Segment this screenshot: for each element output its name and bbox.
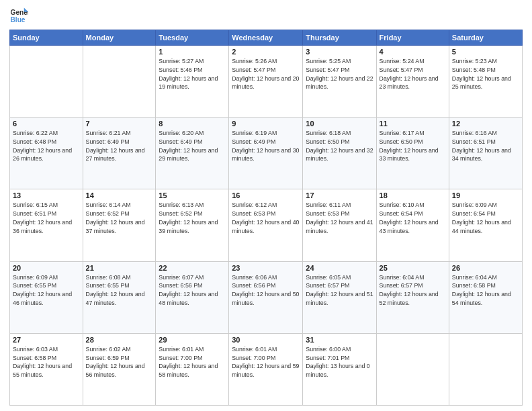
day-number: 20 [13, 264, 80, 272]
day-number: 8 [159, 120, 226, 128]
day-number: 21 [86, 264, 153, 272]
weekday-header: Friday [376, 30, 449, 46]
day-number: 5 [452, 48, 519, 56]
day-number: 31 [306, 336, 373, 344]
day-info: Sunrise: 6:15 AM Sunset: 6:51 PM Dayligh… [13, 201, 80, 235]
day-info: Sunrise: 6:22 AM Sunset: 6:48 PM Dayligh… [13, 129, 80, 163]
logo-icon: General Blue [9, 7, 28, 26]
day-info: Sunrise: 6:11 AM Sunset: 6:53 PM Dayligh… [306, 201, 373, 235]
day-number: 12 [452, 120, 519, 128]
svg-text:Blue: Blue [11, 16, 26, 24]
day-info: Sunrise: 6:06 AM Sunset: 6:56 PM Dayligh… [232, 273, 300, 308]
calendar-cell: 1Sunrise: 5:27 AM Sunset: 5:46 PM Daylig… [156, 46, 229, 118]
calendar-cell: 14Sunrise: 6:14 AM Sunset: 6:52 PM Dayli… [83, 189, 156, 261]
day-info: Sunrise: 5:24 AM Sunset: 5:47 PM Dayligh… [380, 57, 446, 91]
day-number: 27 [13, 336, 80, 344]
day-number: 15 [159, 191, 226, 199]
weekday-header: Wednesday [229, 30, 303, 46]
day-number: 16 [232, 191, 300, 199]
day-info: Sunrise: 6:03 AM Sunset: 6:58 PM Dayligh… [13, 345, 80, 379]
day-info: Sunrise: 5:25 AM Sunset: 5:47 PM Dayligh… [306, 57, 373, 91]
calendar-cell: 9Sunrise: 6:19 AM Sunset: 6:49 PM Daylig… [229, 118, 303, 189]
calendar-cell: 21Sunrise: 6:08 AM Sunset: 6:55 PM Dayli… [83, 261, 156, 333]
calendar-cell: 15Sunrise: 6:13 AM Sunset: 6:52 PM Dayli… [156, 189, 229, 261]
day-number: 4 [380, 48, 446, 56]
day-info: Sunrise: 6:12 AM Sunset: 6:53 PM Dayligh… [232, 201, 300, 235]
weekday-header: Sunday [10, 30, 83, 46]
calendar-table: SundayMondayTuesdayWednesdayThursdayFrid… [9, 30, 523, 406]
calendar-cell: 13Sunrise: 6:15 AM Sunset: 6:51 PM Dayli… [10, 189, 83, 261]
day-number: 26 [452, 264, 519, 272]
day-info: Sunrise: 6:14 AM Sunset: 6:52 PM Dayligh… [86, 201, 153, 235]
day-number: 25 [380, 264, 446, 272]
day-number: 2 [232, 48, 300, 56]
day-number: 9 [232, 120, 300, 128]
day-number: 7 [86, 120, 153, 128]
calendar-cell: 4Sunrise: 5:24 AM Sunset: 5:47 PM Daylig… [376, 46, 449, 118]
day-number: 10 [306, 120, 373, 128]
calendar-cell: 8Sunrise: 6:20 AM Sunset: 6:49 PM Daylig… [156, 118, 229, 189]
day-info: Sunrise: 6:02 AM Sunset: 6:59 PM Dayligh… [86, 345, 153, 379]
calendar-cell: 20Sunrise: 6:09 AM Sunset: 6:55 PM Dayli… [10, 261, 83, 333]
calendar-cell: 3Sunrise: 5:25 AM Sunset: 5:47 PM Daylig… [303, 46, 376, 118]
day-info: Sunrise: 6:05 AM Sunset: 6:57 PM Dayligh… [306, 273, 373, 308]
day-info: Sunrise: 6:13 AM Sunset: 6:52 PM Dayligh… [159, 201, 226, 235]
day-number: 29 [159, 336, 226, 344]
calendar-cell: 6Sunrise: 6:22 AM Sunset: 6:48 PM Daylig… [10, 118, 83, 189]
calendar-cell: 31Sunrise: 6:00 AM Sunset: 7:01 PM Dayli… [303, 333, 376, 405]
calendar-cell: 28Sunrise: 6:02 AM Sunset: 6:59 PM Dayli… [83, 333, 156, 405]
calendar-cell: 16Sunrise: 6:12 AM Sunset: 6:53 PM Dayli… [229, 189, 303, 261]
calendar-cell: 10Sunrise: 6:18 AM Sunset: 6:50 PM Dayli… [303, 118, 376, 189]
day-info: Sunrise: 6:21 AM Sunset: 6:49 PM Dayligh… [86, 129, 153, 163]
day-info: Sunrise: 6:18 AM Sunset: 6:50 PM Dayligh… [306, 129, 373, 163]
day-number: 1 [159, 48, 226, 56]
day-info: Sunrise: 6:19 AM Sunset: 6:49 PM Dayligh… [232, 129, 300, 163]
weekday-header: Monday [83, 30, 156, 46]
weekday-header: Saturday [449, 30, 522, 46]
day-info: Sunrise: 5:27 AM Sunset: 5:46 PM Dayligh… [159, 57, 226, 91]
day-number: 30 [232, 336, 300, 344]
day-number: 11 [380, 120, 446, 128]
calendar-cell: 11Sunrise: 6:17 AM Sunset: 6:50 PM Dayli… [376, 118, 449, 189]
day-number: 24 [306, 264, 373, 272]
day-number: 22 [159, 264, 226, 272]
day-info: Sunrise: 6:09 AM Sunset: 6:54 PM Dayligh… [452, 201, 519, 235]
page: General Blue SundayMondayTuesdayWednesda… [0, 0, 532, 411]
calendar-cell [376, 333, 449, 405]
day-info: Sunrise: 6:16 AM Sunset: 6:51 PM Dayligh… [452, 129, 519, 163]
day-number: 6 [13, 120, 80, 128]
calendar-cell: 25Sunrise: 6:04 AM Sunset: 6:57 PM Dayli… [376, 261, 449, 333]
logo: General Blue [9, 7, 31, 26]
day-info: Sunrise: 6:09 AM Sunset: 6:55 PM Dayligh… [13, 273, 80, 308]
calendar-cell: 27Sunrise: 6:03 AM Sunset: 6:58 PM Dayli… [10, 333, 83, 405]
calendar-cell: 29Sunrise: 6:01 AM Sunset: 7:00 PM Dayli… [156, 333, 229, 405]
day-info: Sunrise: 6:10 AM Sunset: 6:54 PM Dayligh… [380, 201, 446, 235]
weekday-header: Thursday [303, 30, 376, 46]
day-number: 14 [86, 191, 153, 199]
calendar-cell: 30Sunrise: 6:01 AM Sunset: 7:00 PM Dayli… [229, 333, 303, 405]
day-info: Sunrise: 6:20 AM Sunset: 6:49 PM Dayligh… [159, 129, 226, 163]
calendar-cell: 26Sunrise: 6:04 AM Sunset: 6:58 PM Dayli… [449, 261, 522, 333]
day-info: Sunrise: 5:23 AM Sunset: 5:48 PM Dayligh… [452, 57, 519, 91]
day-number: 23 [232, 264, 300, 272]
day-info: Sunrise: 6:04 AM Sunset: 6:57 PM Dayligh… [380, 273, 446, 308]
day-info: Sunrise: 6:01 AM Sunset: 7:00 PM Dayligh… [232, 345, 300, 379]
calendar-cell: 19Sunrise: 6:09 AM Sunset: 6:54 PM Dayli… [449, 189, 522, 261]
calendar-cell [83, 46, 156, 118]
calendar-cell: 7Sunrise: 6:21 AM Sunset: 6:49 PM Daylig… [83, 118, 156, 189]
day-number: 18 [380, 191, 446, 199]
day-info: Sunrise: 6:07 AM Sunset: 6:56 PM Dayligh… [159, 273, 226, 308]
header: General Blue [9, 7, 523, 26]
day-number: 17 [306, 191, 373, 199]
calendar-cell: 12Sunrise: 6:16 AM Sunset: 6:51 PM Dayli… [449, 118, 522, 189]
calendar-cell: 17Sunrise: 6:11 AM Sunset: 6:53 PM Dayli… [303, 189, 376, 261]
calendar-cell [10, 46, 83, 118]
day-info: Sunrise: 6:00 AM Sunset: 7:01 PM Dayligh… [306, 345, 373, 379]
day-info: Sunrise: 6:01 AM Sunset: 7:00 PM Dayligh… [159, 345, 226, 379]
calendar-cell: 18Sunrise: 6:10 AM Sunset: 6:54 PM Dayli… [376, 189, 449, 261]
calendar-cell: 22Sunrise: 6:07 AM Sunset: 6:56 PM Dayli… [156, 261, 229, 333]
day-number: 19 [452, 191, 519, 199]
calendar-cell: 5Sunrise: 5:23 AM Sunset: 5:48 PM Daylig… [449, 46, 522, 118]
calendar-cell: 23Sunrise: 6:06 AM Sunset: 6:56 PM Dayli… [229, 261, 303, 333]
day-info: Sunrise: 6:17 AM Sunset: 6:50 PM Dayligh… [380, 129, 446, 163]
